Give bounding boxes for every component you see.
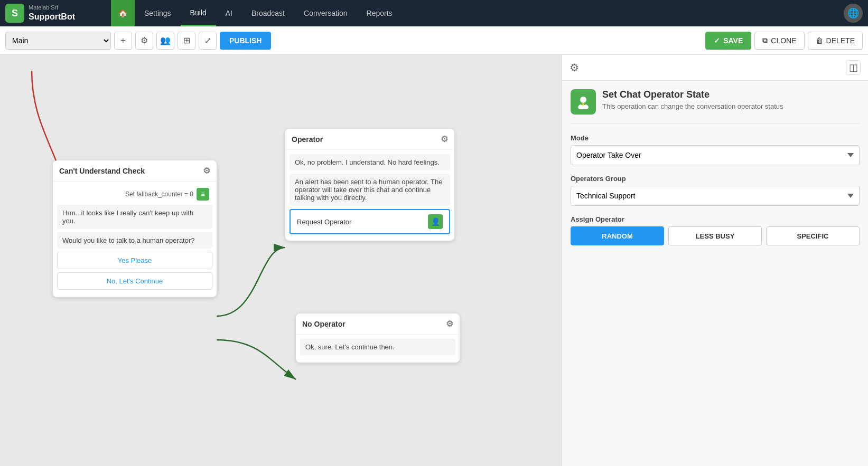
mode-label: Mode: [571, 134, 860, 142]
panel-title: Set Chat Operator State: [602, 89, 783, 100]
nav-reports[interactable]: Reports: [357, 0, 402, 26]
users-button[interactable]: 👥: [156, 32, 174, 50]
cant-understand-message-1: Hrm...it looks like I really can't keep …: [57, 205, 212, 229]
cant-understand-message-2: Would you like to talk to a human operat…: [57, 232, 212, 249]
svg-text:S: S: [12, 8, 18, 18]
action-icon: ≡: [197, 188, 209, 201]
nav-home[interactable]: 🏠: [111, 0, 135, 26]
assign-operator-form-group: Assign Operator RANDOM LESS BUSY SPECIFI…: [571, 215, 860, 245]
right-panel: ⚙ ◫ ⚡ Set Chat Operator State This opera…: [562, 55, 868, 466]
action-row-text: Set fallback_counter = 0: [125, 191, 193, 198]
panel-toolbar: ⚙ ◫: [562, 55, 868, 81]
brand-name: SupportBot: [29, 12, 75, 23]
main-content: Can't Understand Check ⚙ Set fallback_co…: [0, 55, 868, 466]
assign-operator-label: Assign Operator: [571, 215, 860, 223]
no-continue-choice[interactable]: No, Let's Continue: [57, 272, 212, 290]
no-operator-message-1: Ok, sure. Let's continue then.: [300, 339, 455, 355]
operator-node: Operator ⚙ Ok, no problem. I understand.…: [285, 129, 454, 241]
cant-understand-title: Can't Understand Check: [59, 167, 145, 175]
panel-icon-box: ⚡: [571, 89, 596, 115]
operator-node-body: Ok, no problem. I understand. No hard fe…: [285, 150, 454, 241]
save-check-icon: ✓: [714, 36, 720, 45]
panel-toggle-icon[interactable]: ◫: [846, 60, 861, 75]
nav-ai[interactable]: AI: [216, 0, 242, 26]
cant-understand-node: Can't Understand Check ⚙ Set fallback_co…: [53, 160, 217, 297]
add-button[interactable]: +: [114, 32, 132, 50]
company-name: Matelab Srl: [29, 4, 75, 11]
operator-message-1: Ok, no problem. I understand. No hard fe…: [290, 154, 450, 170]
operator-message-2: An alert has been sent to a human operat…: [290, 174, 450, 206]
request-operator-button[interactable]: Request Operator 👤: [290, 209, 450, 234]
mode-form-group: Mode Operator Take Over Bot Take Over: [571, 134, 860, 165]
operators-group-label: Operators Group: [571, 175, 860, 183]
cant-understand-node-header: Can't Understand Check ⚙: [53, 160, 217, 182]
arrows-button[interactable]: ⤢: [199, 32, 217, 50]
nav-conversation[interactable]: Conversation: [294, 0, 357, 26]
no-operator-title: No Operator: [302, 320, 346, 328]
no-operator-node-body: Ok, sure. Let's continue then.: [296, 335, 460, 363]
flow-select[interactable]: Main: [5, 32, 111, 50]
delete-icon: 🗑: [816, 36, 823, 45]
assign-random-button[interactable]: RANDOM: [571, 226, 664, 245]
cant-understand-gear-icon[interactable]: ⚙: [203, 166, 210, 176]
delete-button[interactable]: 🗑 DELETE: [808, 32, 863, 50]
operator-node-header: Operator ⚙: [285, 129, 454, 150]
right-action-buttons: ✓ SAVE ⧉ CLONE 🗑 DELETE: [705, 32, 863, 50]
top-navigation: S Matelab Srl SupportBot 🏠 Settings Buil…: [0, 0, 868, 26]
no-operator-node-header: No Operator ⚙: [296, 313, 460, 335]
nav-build[interactable]: Build: [181, 0, 216, 26]
action-row: Set fallback_counter = 0 ≡: [57, 186, 212, 203]
yes-please-choice[interactable]: Yes Please: [57, 252, 212, 269]
no-operator-gear-icon[interactable]: ⚙: [446, 319, 453, 329]
cant-understand-node-body: Set fallback_counter = 0 ≡ Hrm...it look…: [53, 182, 217, 297]
panel-body: ⚡ Set Chat Operator State This operation…: [562, 81, 868, 466]
panel-subtitle: This operation can change the conversati…: [602, 102, 783, 110]
mode-select[interactable]: Operator Take Over Bot Take Over: [571, 145, 860, 165]
clone-button[interactable]: ⧉ CLONE: [754, 32, 804, 50]
settings-button[interactable]: ⚙: [135, 32, 153, 50]
nav-broadcast[interactable]: Broadcast: [242, 0, 294, 26]
operators-group-select[interactable]: Technical Support Sales General: [571, 186, 860, 206]
main-toolbar: Main + ⚙ 👥 ⊞ ⤢ PUBLISH ✓ SAVE ⧉ CLONE 🗑 …: [0, 26, 868, 55]
assign-specific-button[interactable]: SPECIFIC: [766, 226, 860, 245]
no-operator-node: No Operator ⚙ Ok, sure. Let's continue t…: [296, 313, 460, 363]
logo-area: S Matelab Srl SupportBot: [5, 4, 100, 23]
operator-state-icon: ⚡: [576, 94, 591, 109]
operator-gear-icon[interactable]: ⚙: [441, 134, 448, 144]
logo-icon: S: [5, 4, 24, 23]
assign-less-busy-button[interactable]: LESS BUSY: [668, 226, 762, 245]
grid-button[interactable]: ⊞: [178, 32, 195, 50]
clone-icon: ⧉: [762, 36, 768, 45]
operator-title: Operator: [292, 135, 323, 144]
operators-group-form-group: Operators Group Technical Support Sales …: [571, 175, 860, 206]
publish-button[interactable]: PUBLISH: [220, 32, 271, 50]
svg-text:⚡: ⚡: [581, 101, 586, 107]
nav-settings[interactable]: Settings: [135, 0, 181, 26]
assign-operator-group: RANDOM LESS BUSY SPECIFIC: [571, 226, 860, 245]
user-avatar[interactable]: 🌐: [844, 4, 863, 23]
save-button[interactable]: ✓ SAVE: [705, 32, 751, 50]
flow-canvas[interactable]: Can't Understand Check ⚙ Set fallback_co…: [0, 55, 562, 466]
request-operator-icon: 👤: [428, 214, 443, 229]
nav-items: 🏠 Settings Build AI Broadcast Conversati…: [111, 0, 844, 26]
panel-gear-icon[interactable]: ⚙: [570, 61, 579, 74]
panel-header: ⚡ Set Chat Operator State This operation…: [571, 89, 860, 123]
